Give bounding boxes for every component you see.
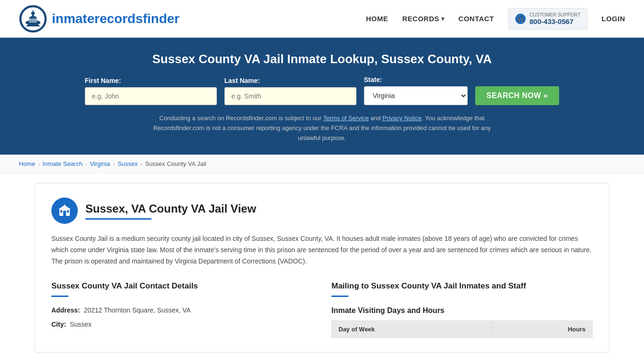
jail-icon <box>51 197 78 224</box>
search-button[interactable]: SEARCH NOW » <box>475 86 559 105</box>
breadcrumb-sep-3: › <box>113 161 115 167</box>
customer-support-button[interactable]: 🎧 CUSTOMER SUPPORT 800-433-0567 <box>508 8 587 30</box>
address-row: Address: 20212 Thornton Square, Sussex, … <box>51 306 313 314</box>
svg-rect-10 <box>33 18 34 23</box>
records-chevron-icon: ▾ <box>441 16 445 22</box>
nav-records[interactable]: RECORDS ▾ <box>402 15 444 23</box>
visiting-subtitle: Inmate Visiting Days and Hours <box>331 306 593 315</box>
main-nav: HOME RECORDS ▾ CONTACT 🎧 CUSTOMER SUPPOR… <box>366 8 625 30</box>
content-box: Sussex, VA County VA Jail View Sussex Co… <box>34 183 610 352</box>
svg-rect-8 <box>30 18 31 23</box>
breadcrumb-current: Sussex County VA Jail <box>145 160 206 167</box>
svg-rect-18 <box>60 210 62 213</box>
table-header-hours: Hours <box>492 321 592 337</box>
contact-details-section: Sussex County VA Jail Contact Details Ad… <box>51 281 313 338</box>
address-value: 20212 Thornton Square, Sussex, VA <box>84 306 191 314</box>
jail-description: Sussex County Jail is a medium security … <box>51 233 593 267</box>
jail-header: Sussex, VA County VA Jail View <box>51 197 593 224</box>
address-label: Address: <box>51 306 80 314</box>
two-column-section: Sussex County VA Jail Contact Details Ad… <box>51 281 593 338</box>
state-group: State: Virginia <box>364 76 468 105</box>
contact-section-title: Sussex County VA Jail Contact Details <box>51 281 313 291</box>
city-value: Sussex <box>70 321 91 328</box>
city-row: City: Sussex <box>51 321 313 328</box>
nav-contact[interactable]: CONTACT <box>458 15 494 23</box>
search-form: First Name: Last Name: State: Virginia S… <box>19 76 625 105</box>
svg-rect-12 <box>27 25 39 25</box>
nav-login[interactable]: LOGIN <box>602 15 625 23</box>
breadcrumb-virginia[interactable]: Virginia <box>90 160 110 167</box>
svg-rect-17 <box>63 211 66 216</box>
breadcrumb-home[interactable]: Home <box>19 160 35 167</box>
svg-rect-20 <box>64 205 65 206</box>
svg-rect-13 <box>26 25 40 26</box>
hero-section: Sussex County VA Jail Inmate Lookup, Sus… <box>0 38 644 155</box>
mailing-section: Mailing to Sussex County VA Jail Inmates… <box>331 281 593 338</box>
jail-title: Sussex, VA County VA Jail View <box>85 202 256 215</box>
last-name-label: Last Name: <box>224 77 260 84</box>
main-content: Sussex, VA County VA Jail View Sussex Co… <box>16 173 628 362</box>
first-name-label: First Name: <box>85 77 121 84</box>
last-name-group: Last Name: <box>224 77 356 105</box>
breadcrumb: Home › Inmate Search › Virginia › Sussex… <box>0 155 644 173</box>
privacy-link[interactable]: Privacy Notice <box>382 115 421 122</box>
mailing-underline <box>331 296 348 297</box>
svg-rect-9 <box>32 18 33 23</box>
state-label: State: <box>364 76 382 83</box>
contact-underline <box>51 296 68 297</box>
jail-building-icon <box>58 204 72 218</box>
logo-text: inmaterecordsfinder <box>52 11 180 26</box>
breadcrumb-inmate-search[interactable]: Inmate Search <box>42 160 83 167</box>
first-name-input[interactable] <box>85 87 217 105</box>
title-underline <box>85 218 151 220</box>
terms-link[interactable]: Terms of Service <box>323 115 369 122</box>
support-text: CUSTOMER SUPPORT 800-433-0567 <box>529 12 580 25</box>
state-select[interactable]: Virginia <box>364 86 468 105</box>
last-name-input[interactable] <box>224 87 356 105</box>
svg-rect-7 <box>33 10 33 13</box>
logo-icon <box>19 5 47 33</box>
city-label: City: <box>51 321 66 328</box>
svg-rect-11 <box>35 18 36 23</box>
disclaimer-text: Conducting a search on Recordsfinder.com… <box>145 114 499 143</box>
first-name-group: First Name: <box>85 77 217 105</box>
headset-icon: 🎧 <box>515 14 526 24</box>
breadcrumb-sep-4: › <box>140 161 142 167</box>
visiting-table: Day of Week Hours <box>331 321 593 338</box>
logo[interactable]: inmaterecordsfinder <box>19 5 180 33</box>
mailing-section-title: Mailing to Sussex County VA Jail Inmates… <box>331 281 593 291</box>
svg-rect-19 <box>67 210 69 213</box>
breadcrumb-sussex[interactable]: Sussex <box>117 160 138 167</box>
page-title: Sussex County VA Jail Inmate Lookup, Sus… <box>19 52 625 66</box>
nav-home[interactable]: HOME <box>366 15 388 23</box>
site-header: inmaterecordsfinder HOME RECORDS ▾ CONTA… <box>0 0 644 38</box>
breadcrumb-sep-1: › <box>38 161 40 167</box>
table-header-day: Day of Week <box>332 321 492 337</box>
jail-title-area: Sussex, VA County VA Jail View <box>85 202 256 220</box>
breadcrumb-sep-2: › <box>85 161 87 167</box>
